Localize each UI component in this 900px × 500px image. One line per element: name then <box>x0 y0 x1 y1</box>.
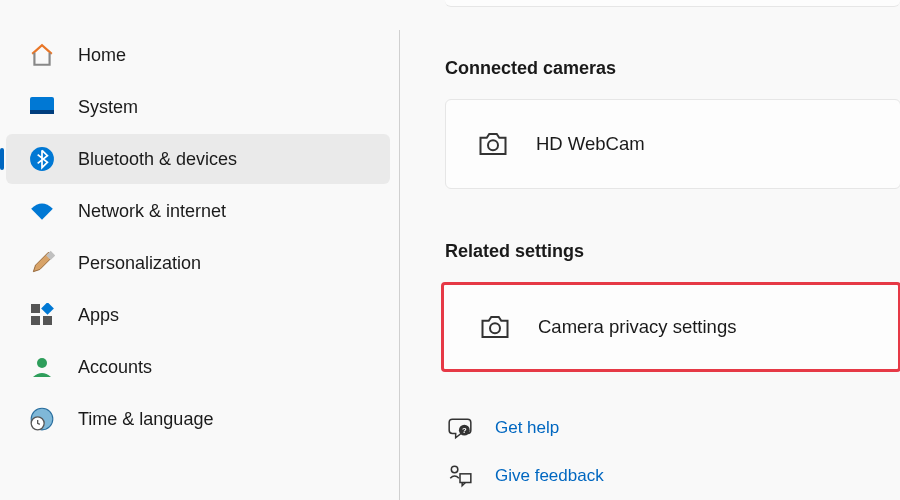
clock-globe-icon <box>28 405 56 433</box>
svg-text:?: ? <box>462 426 467 435</box>
sidebar-item-bluetooth-devices[interactable]: Bluetooth & devices <box>6 134 390 184</box>
help-icon: ? <box>445 413 475 443</box>
sidebar-item-apps[interactable]: Apps <box>6 290 390 340</box>
main-content: Connected cameras HD WebCam Related sett… <box>400 0 900 500</box>
camera-icon <box>478 129 508 159</box>
sidebar-item-home[interactable]: Home <box>6 30 390 80</box>
svg-rect-5 <box>41 303 54 315</box>
sidebar-item-label: Time & language <box>78 409 213 430</box>
brush-icon <box>28 249 56 277</box>
camera-device-card[interactable]: HD WebCam <box>445 99 900 189</box>
support-links: ? Get help Give feedback <box>445 408 900 496</box>
svg-point-8 <box>37 358 47 368</box>
svg-rect-16 <box>460 474 471 483</box>
camera-privacy-settings-card[interactable]: Camera privacy settings <box>441 282 900 372</box>
camera-name-label: HD WebCam <box>536 133 645 155</box>
feedback-icon <box>445 461 475 491</box>
user-icon <box>28 353 56 381</box>
sidebar-item-label: Apps <box>78 305 119 326</box>
svg-rect-4 <box>31 304 40 313</box>
home-icon <box>28 41 56 69</box>
apps-icon <box>28 301 56 329</box>
wifi-icon <box>28 197 56 225</box>
connected-cameras-title: Connected cameras <box>445 58 900 79</box>
sidebar-item-label: Network & internet <box>78 201 226 222</box>
camera-icon <box>480 312 510 342</box>
sidebar-item-label: Accounts <box>78 357 152 378</box>
get-help-label[interactable]: Get help <box>495 418 559 438</box>
get-help-link[interactable]: ? Get help <box>445 408 900 448</box>
give-feedback-label[interactable]: Give feedback <box>495 466 604 486</box>
sidebar-item-personalization[interactable]: Personalization <box>6 238 390 288</box>
svg-point-15 <box>451 466 458 473</box>
sidebar-item-time-language[interactable]: Time & language <box>6 394 390 444</box>
sidebar-item-network[interactable]: Network & internet <box>6 186 390 236</box>
bluetooth-icon <box>28 145 56 173</box>
sidebar-item-label: System <box>78 97 138 118</box>
sidebar-item-label: Bluetooth & devices <box>78 149 237 170</box>
privacy-settings-label: Camera privacy settings <box>538 316 736 338</box>
svg-rect-1 <box>30 110 54 114</box>
svg-point-12 <box>490 323 500 333</box>
svg-point-11 <box>488 140 498 150</box>
system-icon <box>28 93 56 121</box>
settings-sidebar: Home System Bluetooth & devices Network … <box>0 0 400 500</box>
svg-rect-6 <box>31 316 40 325</box>
sidebar-item-system[interactable]: System <box>6 82 390 132</box>
sidebar-item-label: Home <box>78 45 126 66</box>
top-card-edge <box>445 0 900 7</box>
svg-rect-7 <box>43 316 52 325</box>
sidebar-item-accounts[interactable]: Accounts <box>6 342 390 392</box>
sidebar-item-label: Personalization <box>78 253 201 274</box>
give-feedback-link[interactable]: Give feedback <box>445 456 900 496</box>
related-settings-title: Related settings <box>445 241 900 262</box>
